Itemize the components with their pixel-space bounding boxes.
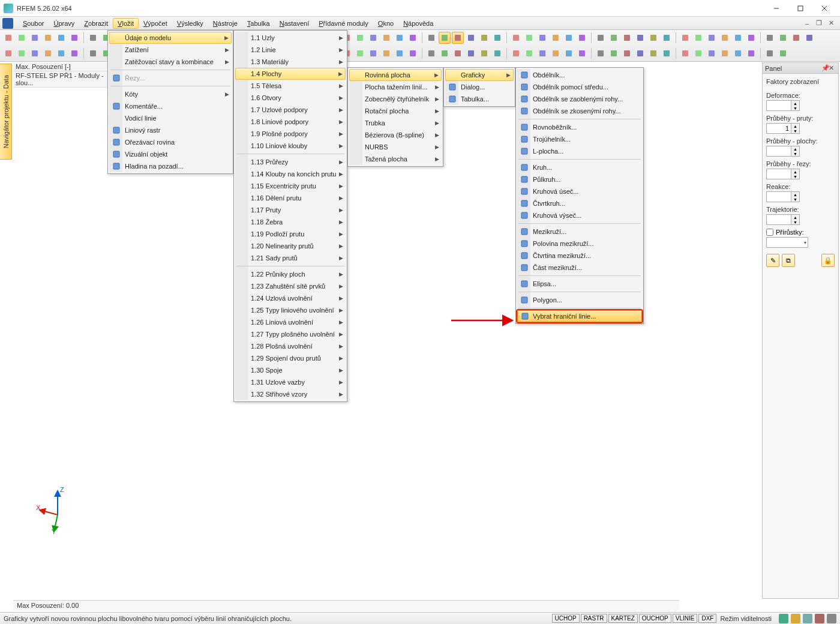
menu-item-rovnob-n-k[interactable]: Rovnoběžník... [517, 121, 642, 133]
toolbar-btn-tb1-46[interactable] [647, 32, 659, 44]
menu-item-1-24-uzlov-uvoln-n[interactable]: 1.24 Uzlová uvolnění▶ [235, 292, 346, 304]
menu-item-1-10-liniov-klouby[interactable]: 1.10 Liniové klouby▶ [235, 140, 346, 152]
toolbar-btn-tb1-31[interactable] [439, 32, 451, 44]
toolbar-btn-tb2-29[interactable] [407, 47, 419, 59]
menu-item-daje-o-modelu[interactable]: Údaje o modelu▶ [109, 32, 232, 44]
toolbar-btn-tb1-56[interactable] [790, 32, 802, 44]
toolbar-btn-tb2-49[interactable] [692, 47, 704, 59]
toolbar-btn-tb1-51[interactable] [719, 32, 731, 44]
status-icon-2[interactable] [791, 614, 800, 623]
toolbar-btn-tb2-46[interactable] [647, 47, 659, 59]
menu-item-k-ty[interactable]: Kóty▶ [109, 88, 232, 100]
menu-v-sledky[interactable]: Výsledky [172, 18, 208, 29]
toolbar-btn-tb2-33[interactable] [465, 47, 477, 59]
status-icon-5[interactable] [827, 614, 836, 623]
toolbar-btn-tb1-33[interactable] [465, 32, 477, 44]
pruty-spin[interactable]: ▲▼ [766, 123, 835, 134]
menu-n-pov-da[interactable]: Nápověda [398, 18, 438, 29]
menu-item-o-ez-vac-rovina[interactable]: Ořezávací rovina [109, 136, 232, 148]
toolbar-btn-tb2-3[interactable] [42, 47, 54, 59]
menu-item-dialog[interactable]: Dialog... [445, 81, 514, 93]
menu-okno[interactable]: Okno [373, 18, 398, 29]
rezy-input[interactable] [766, 169, 791, 179]
toolbar-btn-tb2-4[interactable] [55, 47, 67, 59]
toolbar-btn-tb1-3[interactable] [42, 32, 54, 44]
toolbar-btn-tb1-39[interactable] [550, 32, 562, 44]
plochy-spin[interactable]: ▲▼ [766, 146, 835, 157]
panel-btn-1[interactable]: ✎ [766, 254, 779, 267]
panel-btn-lock[interactable]: 🔒 [821, 254, 835, 267]
toolbar-btn-tb2-34[interactable] [478, 47, 490, 59]
toolbar-btn-tb1-28[interactable] [394, 32, 406, 44]
maximize-button[interactable] [788, 1, 812, 16]
prirustky-checkbox[interactable] [766, 229, 773, 236]
trajektorie-spin[interactable]: ▲▼ [766, 214, 835, 225]
toolbar-btn-tb1-6[interactable] [87, 32, 99, 44]
menu-item-obd-ln-k[interactable]: Obdélník... [517, 69, 642, 81]
menu-item-elipsa[interactable]: Elipsa... [517, 278, 642, 290]
menu-item-rota-n-plocha[interactable]: Rotační plocha▶ [349, 105, 442, 117]
toolbar-btn-tb2-45[interactable] [634, 47, 646, 59]
toolbar-btn-tb2-30[interactable] [425, 47, 437, 59]
menu-item-obd-ln-k-se-zaoblen-mi-rohy[interactable]: Obdélník se zaoblenými rohy... [517, 93, 642, 105]
toolbar-btn-tb2-32[interactable] [452, 47, 464, 59]
toolbar-btn-tb2-2[interactable] [29, 47, 41, 59]
toolbar-btn-tb2-35[interactable] [491, 47, 503, 59]
menu-item-1-1-uzly[interactable]: 1.1 Uzly▶ [235, 32, 346, 44]
toolbar-btn-tb2-1[interactable] [16, 47, 28, 59]
menu-item-kruhov-se[interactable]: Kruhová úseč... [517, 185, 642, 197]
panel-btn-2[interactable]: ⧉ [782, 254, 795, 267]
menu-item-1-25-typy-liniov-ho-uvoln-n[interactable]: 1.25 Typy liniového uvolnění▶ [235, 304, 346, 316]
menu-item-obd-ln-k-pomoc-st-edu[interactable]: Obdélník pomocí středu... [517, 81, 642, 93]
menu-v-po-et[interactable]: Výpočet [139, 18, 172, 29]
toolbar-btn-tb1-52[interactable] [732, 32, 744, 44]
menu-item-1-18-ebra[interactable]: 1.18 Žebra▶ [235, 216, 346, 228]
menu-item-zat-ovac-stavy-a-kombinace[interactable]: Zatěžovací stavy a kombinace▶ [109, 56, 232, 68]
toolbar-btn-tb1-40[interactable] [563, 32, 575, 44]
toolbar-btn-tb2-43[interactable] [608, 47, 620, 59]
mdi-restore-icon[interactable]: ❐ [815, 19, 823, 28]
menu-item-ta-en-plocha[interactable]: Tažená plocha▶ [349, 153, 442, 165]
toolbar-btn-tb1-4[interactable] [55, 32, 67, 44]
prirustky-combo[interactable] [766, 237, 808, 248]
menu-zobrazit[interactable]: Zobrazit [79, 18, 113, 29]
menu-item-1-6-otvory[interactable]: 1.6 Otvory▶ [235, 92, 346, 104]
menu-item-obd-ln-k-se-zkosen-mi-rohy[interactable]: Obdélník se zkosenými rohy... [517, 105, 642, 117]
toolbar-btn-tb1-45[interactable] [634, 32, 646, 44]
reakce-input[interactable] [766, 191, 791, 202]
menu-item-vodic-linie[interactable]: Vodicí linie [109, 112, 232, 124]
menu-item-1-20-nelinearity-prut[interactable]: 1.20 Nelinearity prutů▶ [235, 240, 346, 252]
menu-item-1-5-t-lesa[interactable]: 1.5 Tělesa▶ [235, 80, 346, 92]
toolbar-btn-tb1-47[interactable] [661, 32, 673, 44]
menu-item-1-27-typy-plo-n-ho-uvoln-n[interactable]: 1.27 Typy plošného uvolnění▶ [235, 328, 346, 340]
menu-nastaven-[interactable]: Nastavení [275, 18, 314, 29]
toolbar-btn-tb1-55[interactable] [777, 32, 789, 44]
menu-item-1-19-podlo-prutu[interactable]: 1.19 Podloží prutu▶ [235, 228, 346, 240]
status-chip-dxf[interactable]: DXF [698, 614, 716, 623]
menu-item-trubka[interactable]: Trubka▶ [349, 117, 442, 129]
menu-item-1-30-spoje[interactable]: 1.30 Spoje▶ [235, 364, 346, 376]
pin-icon[interactable]: 📌 [821, 64, 829, 72]
menu-item-1-21-sady-prut[interactable]: 1.21 Sady prutů▶ [235, 252, 346, 264]
toolbar-btn-tb2-48[interactable] [679, 47, 691, 59]
toolbar-btn-tb1-26[interactable] [367, 32, 379, 44]
menu-item-1-23-zahu-t-n-s-t-prvk[interactable]: 1.23 Zahuštění sítě prvků▶ [235, 280, 346, 292]
toolbar-btn-tb2-40[interactable] [563, 47, 575, 59]
toolbar-btn-tb2-51[interactable] [719, 47, 731, 59]
menu-tabulka[interactable]: Tabulka [242, 18, 275, 29]
toolbar-btn-tb1-48[interactable] [679, 32, 691, 44]
menu-item-b-zierova-b-spline[interactable]: Bézierova (B-spline)▶ [349, 129, 442, 141]
toolbar-btn-tb1-57[interactable] [803, 32, 815, 44]
close-button[interactable] [812, 1, 836, 16]
menu-item-1-26-liniov-uvoln-n[interactable]: 1.26 Liniová uvolnění▶ [235, 316, 346, 328]
menu-item-1-15-excentricity-prutu[interactable]: 1.15 Excentricity prutu▶ [235, 180, 346, 192]
menu-n-stroje[interactable]: Nástroje [208, 18, 242, 29]
toolbar-btn-tb1-29[interactable] [407, 32, 419, 44]
menu-item-1-32-st-ihov-vzory[interactable]: 1.32 Střihové vzory▶ [235, 388, 346, 400]
mdi-minimize-icon[interactable]: – [803, 19, 811, 28]
toolbar-btn-tb1-27[interactable] [380, 32, 392, 44]
toolbar-btn-tb1-25[interactable] [354, 32, 366, 44]
toolbar-btn-tb1-49[interactable] [692, 32, 704, 44]
plochy-input[interactable] [766, 146, 791, 157]
panel-close-icon[interactable]: ✕ [829, 64, 836, 72]
